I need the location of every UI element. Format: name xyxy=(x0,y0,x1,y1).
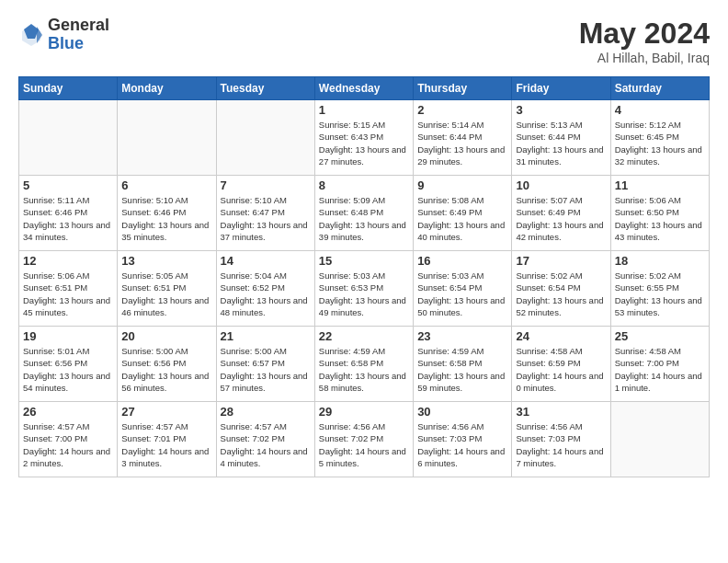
logo-blue-text: Blue xyxy=(48,35,109,53)
day-number: 7 xyxy=(221,178,311,192)
calendar-location: Al Hillah, Babil, Iraq xyxy=(579,51,710,65)
day-number: 11 xyxy=(615,178,705,192)
title-block: May 2024 Al Hillah, Babil, Iraq xyxy=(579,17,710,65)
col-tuesday: Tuesday xyxy=(216,77,314,100)
calendar-cell: 14Sunrise: 5:04 AM Sunset: 6:52 PM Dayli… xyxy=(216,251,314,327)
calendar-cell: 10Sunrise: 5:07 AM Sunset: 6:49 PM Dayli… xyxy=(512,176,610,251)
day-number: 29 xyxy=(319,405,409,419)
day-info: Sunrise: 4:56 AM Sunset: 7:03 PM Dayligh… xyxy=(516,420,606,469)
calendar-cell xyxy=(118,100,216,176)
day-number: 19 xyxy=(23,329,113,343)
day-info: Sunrise: 5:02 AM Sunset: 6:55 PM Dayligh… xyxy=(615,270,705,318)
day-number: 8 xyxy=(319,178,409,192)
day-number: 22 xyxy=(319,329,409,343)
day-info: Sunrise: 5:08 AM Sunset: 6:49 PM Dayligh… xyxy=(417,194,507,243)
day-info: Sunrise: 5:10 AM Sunset: 6:47 PM Dayligh… xyxy=(221,194,311,243)
calendar-cell: 27Sunrise: 4:57 AM Sunset: 7:01 PM Dayli… xyxy=(118,402,216,477)
day-number: 30 xyxy=(417,405,507,419)
day-info: Sunrise: 5:09 AM Sunset: 6:48 PM Dayligh… xyxy=(319,194,409,243)
calendar-cell: 17Sunrise: 5:02 AM Sunset: 6:54 PM Dayli… xyxy=(512,251,610,327)
day-number: 13 xyxy=(121,254,211,268)
day-number: 2 xyxy=(417,103,507,117)
calendar-week-row-1: 1Sunrise: 5:15 AM Sunset: 6:43 PM Daylig… xyxy=(19,100,710,176)
col-sunday: Sunday xyxy=(19,77,118,100)
calendar-title: May 2024 xyxy=(579,17,710,51)
calendar-cell: 24Sunrise: 4:58 AM Sunset: 6:59 PM Dayli… xyxy=(512,327,610,402)
calendar-cell: 30Sunrise: 4:56 AM Sunset: 7:03 PM Dayli… xyxy=(414,402,512,477)
calendar-week-row-3: 12Sunrise: 5:06 AM Sunset: 6:51 PM Dayli… xyxy=(19,251,710,327)
calendar-cell: 23Sunrise: 4:59 AM Sunset: 6:58 PM Dayli… xyxy=(414,327,512,402)
calendar-cell: 9Sunrise: 5:08 AM Sunset: 6:49 PM Daylig… xyxy=(414,176,512,251)
day-number: 10 xyxy=(516,178,606,192)
calendar-cell xyxy=(610,402,709,477)
calendar-cell: 25Sunrise: 4:58 AM Sunset: 7:00 PM Dayli… xyxy=(610,327,709,402)
day-number: 5 xyxy=(23,178,113,192)
day-number: 1 xyxy=(319,103,409,117)
day-number: 14 xyxy=(221,254,311,268)
calendar-cell: 19Sunrise: 5:01 AM Sunset: 6:56 PM Dayli… xyxy=(19,327,118,402)
day-info: Sunrise: 5:04 AM Sunset: 6:52 PM Dayligh… xyxy=(221,270,311,318)
logo-icon xyxy=(18,22,44,48)
calendar-cell: 11Sunrise: 5:06 AM Sunset: 6:50 PM Dayli… xyxy=(610,176,709,251)
day-info: Sunrise: 4:59 AM Sunset: 6:58 PM Dayligh… xyxy=(417,345,507,394)
calendar-cell: 8Sunrise: 5:09 AM Sunset: 6:48 PM Daylig… xyxy=(314,176,413,251)
calendar-cell: 1Sunrise: 5:15 AM Sunset: 6:43 PM Daylig… xyxy=(314,100,413,176)
col-friday: Friday xyxy=(512,77,610,100)
calendar-cell: 16Sunrise: 5:03 AM Sunset: 6:54 PM Dayli… xyxy=(414,251,512,327)
calendar-table: Sunday Monday Tuesday Wednesday Thursday… xyxy=(18,76,710,477)
day-number: 31 xyxy=(516,405,606,419)
calendar-cell: 13Sunrise: 5:05 AM Sunset: 6:51 PM Dayli… xyxy=(118,251,216,327)
day-number: 21 xyxy=(221,329,311,343)
day-info: Sunrise: 5:06 AM Sunset: 6:50 PM Dayligh… xyxy=(615,194,705,243)
page: General Blue May 2024 Al Hillah, Babil, … xyxy=(0,0,728,563)
day-number: 15 xyxy=(319,254,409,268)
day-number: 9 xyxy=(417,178,507,192)
day-info: Sunrise: 4:58 AM Sunset: 7:00 PM Dayligh… xyxy=(615,345,705,394)
calendar-week-row-4: 19Sunrise: 5:01 AM Sunset: 6:56 PM Dayli… xyxy=(19,327,710,402)
day-info: Sunrise: 5:03 AM Sunset: 6:54 PM Dayligh… xyxy=(417,270,507,318)
day-number: 17 xyxy=(516,254,606,268)
col-thursday: Thursday xyxy=(414,77,512,100)
calendar-cell: 5Sunrise: 5:11 AM Sunset: 6:46 PM Daylig… xyxy=(19,176,118,251)
logo: General Blue xyxy=(18,17,109,53)
day-number: 20 xyxy=(121,329,211,343)
calendar-cell: 2Sunrise: 5:14 AM Sunset: 6:44 PM Daylig… xyxy=(414,100,512,176)
day-number: 26 xyxy=(23,405,113,419)
col-monday: Monday xyxy=(118,77,216,100)
calendar-cell: 3Sunrise: 5:13 AM Sunset: 6:44 PM Daylig… xyxy=(512,100,610,176)
calendar-cell: 6Sunrise: 5:10 AM Sunset: 6:46 PM Daylig… xyxy=(118,176,216,251)
day-info: Sunrise: 5:00 AM Sunset: 6:57 PM Dayligh… xyxy=(221,345,311,394)
calendar-cell: 21Sunrise: 5:00 AM Sunset: 6:57 PM Dayli… xyxy=(216,327,314,402)
day-info: Sunrise: 5:10 AM Sunset: 6:46 PM Dayligh… xyxy=(121,194,211,243)
calendar-cell: 7Sunrise: 5:10 AM Sunset: 6:47 PM Daylig… xyxy=(216,176,314,251)
calendar-cell: 22Sunrise: 4:59 AM Sunset: 6:58 PM Dayli… xyxy=(314,327,413,402)
calendar-header-row: Sunday Monday Tuesday Wednesday Thursday… xyxy=(19,77,710,100)
day-info: Sunrise: 5:14 AM Sunset: 6:44 PM Dayligh… xyxy=(417,119,507,167)
calendar-cell: 31Sunrise: 4:56 AM Sunset: 7:03 PM Dayli… xyxy=(512,402,610,477)
day-info: Sunrise: 4:58 AM Sunset: 6:59 PM Dayligh… xyxy=(516,345,606,394)
day-number: 6 xyxy=(121,178,211,192)
day-info: Sunrise: 4:56 AM Sunset: 7:02 PM Dayligh… xyxy=(319,420,409,469)
day-number: 16 xyxy=(417,254,507,268)
calendar-cell: 15Sunrise: 5:03 AM Sunset: 6:53 PM Dayli… xyxy=(314,251,413,327)
calendar-cell: 18Sunrise: 5:02 AM Sunset: 6:55 PM Dayli… xyxy=(610,251,709,327)
day-info: Sunrise: 5:06 AM Sunset: 6:51 PM Dayligh… xyxy=(23,270,113,318)
day-info: Sunrise: 5:13 AM Sunset: 6:44 PM Dayligh… xyxy=(516,119,606,167)
day-info: Sunrise: 5:11 AM Sunset: 6:46 PM Dayligh… xyxy=(23,194,113,243)
header: General Blue May 2024 Al Hillah, Babil, … xyxy=(18,17,710,65)
day-info: Sunrise: 5:15 AM Sunset: 6:43 PM Dayligh… xyxy=(319,119,409,167)
logo-text: General Blue xyxy=(48,17,109,53)
day-number: 4 xyxy=(615,103,705,117)
calendar-week-row-5: 26Sunrise: 4:57 AM Sunset: 7:00 PM Dayli… xyxy=(19,402,710,477)
day-number: 18 xyxy=(615,254,705,268)
col-saturday: Saturday xyxy=(610,77,709,100)
day-number: 24 xyxy=(516,329,606,343)
calendar-cell: 26Sunrise: 4:57 AM Sunset: 7:00 PM Dayli… xyxy=(19,402,118,477)
day-info: Sunrise: 4:57 AM Sunset: 7:00 PM Dayligh… xyxy=(23,420,113,469)
calendar-cell xyxy=(19,100,118,176)
calendar-cell: 29Sunrise: 4:56 AM Sunset: 7:02 PM Dayli… xyxy=(314,402,413,477)
calendar-cell: 4Sunrise: 5:12 AM Sunset: 6:45 PM Daylig… xyxy=(610,100,709,176)
day-info: Sunrise: 5:05 AM Sunset: 6:51 PM Dayligh… xyxy=(121,270,211,318)
day-info: Sunrise: 5:01 AM Sunset: 6:56 PM Dayligh… xyxy=(23,345,113,394)
day-info: Sunrise: 5:02 AM Sunset: 6:54 PM Dayligh… xyxy=(516,270,606,318)
